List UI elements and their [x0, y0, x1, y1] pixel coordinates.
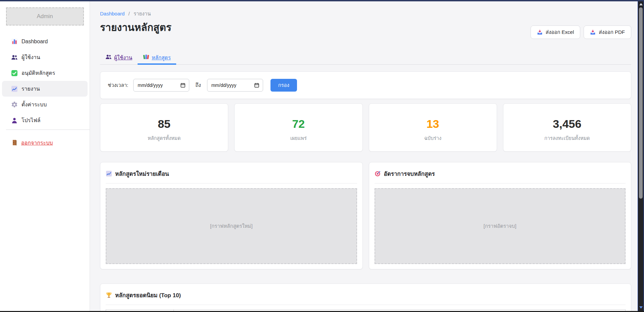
users-icon: [11, 54, 18, 61]
export-pdf-button[interactable]: ส่งออก PDF: [584, 25, 631, 39]
stat-value: 13: [369, 117, 497, 131]
sidebar-item-label: ผู้ใช้งาน: [21, 53, 40, 61]
users-icon: [105, 54, 112, 60]
stats-row: 85 หลักสูตรทั้งหมด 72 เผยแพร่ 13 ฉบับร่า…: [100, 103, 631, 152]
stat-card-drafts: 13 ฉบับร่าง: [369, 103, 497, 152]
sidebar-divider: [6, 129, 90, 130]
export-buttons: ส่งออก Excel ส่งออก PDF: [531, 25, 631, 39]
inbox-tray-icon: [537, 30, 543, 35]
app-logo-placeholder: Admin: [6, 7, 84, 25]
date-to-input[interactable]: [207, 79, 263, 92]
logout-label: ออกจากระบบ: [21, 139, 53, 147]
filter-submit-button[interactable]: กรอง: [270, 79, 297, 92]
popular-courses-card: หลักสูตรยอดนิยม (Top 10): [100, 283, 631, 312]
export-excel-button[interactable]: ส่งออก Excel: [531, 25, 580, 39]
scrollbar-thumb[interactable]: [639, 7, 643, 199]
date-to-field[interactable]: [211, 83, 254, 88]
tab-users-label: ผู้ใช้งาน: [114, 53, 132, 62]
page-title: รายงานหลักสูตร: [100, 20, 171, 35]
line-chart-icon: [11, 86, 18, 92]
scrollbar[interactable]: [638, 0, 644, 312]
stat-value: 3,456: [503, 117, 631, 131]
divider: [106, 305, 626, 305]
stat-value: 72: [235, 117, 362, 131]
sidebar-item-label: โปรไฟล์: [21, 116, 41, 124]
books-icon: [143, 54, 149, 60]
stat-value: 85: [100, 117, 228, 131]
main-area: Dashboard / รายงาน รายงานหลักสูตร ส่งออก…: [90, 1, 638, 312]
scroll-up-arrow-icon[interactable]: [639, 3, 643, 5]
placeholder-text: [กราฟหลักสูตรใหม่]: [210, 222, 253, 230]
sidebar-item-settings[interactable]: ตั้งค่าระบบ: [2, 97, 88, 112]
sidebar-item-label: Dashboard: [21, 39, 48, 45]
date-filter-bar: ช่วงเวลา: ถึง กรอง: [100, 71, 631, 99]
logout-link[interactable]: ออกจากระบบ: [0, 136, 90, 149]
scroll-down-arrow-icon[interactable]: [639, 306, 643, 309]
person-icon: [11, 117, 18, 124]
sidebar-item-label: อนุมัติหลักสูตร: [21, 69, 55, 77]
sidebar-item-label: ตั้งค่าระบบ: [21, 100, 47, 109]
inbox-tray-icon: [590, 30, 596, 35]
date-from-input[interactable]: [133, 79, 189, 92]
sidebar-item-reports[interactable]: รายงาน: [2, 81, 88, 97]
stat-label: การลงทะเบียนทั้งหมด: [503, 134, 631, 142]
stat-label: เผยแพร่: [235, 134, 362, 142]
stat-card-total-enrollments: 3,456 การลงทะเบียนทั้งหมด: [503, 103, 631, 152]
stat-label: หลักสูตรทั้งหมด: [100, 134, 228, 142]
divider: [106, 183, 357, 184]
export-excel-label: ส่งออก Excel: [546, 28, 574, 36]
check-icon: [11, 70, 18, 76]
new-courses-chart-card: หลักสูตรใหม่รายเดือน [กราฟหลักสูตรใหม่]: [100, 162, 363, 269]
tab-courses[interactable]: หลักสูตร: [138, 52, 176, 64]
new-courses-chart-placeholder: [กราฟหลักสูตรใหม่]: [106, 188, 357, 264]
sidebar-nav: Dashboard ผู้ใช้งาน อนุมัติหลักสูตร รายง…: [0, 34, 90, 128]
charts-row: หลักสูตรใหม่รายเดือน [กราฟหลักสูตรใหม่] …: [100, 162, 631, 269]
calendar-icon[interactable]: [180, 83, 186, 88]
sidebar-item-users[interactable]: ผู้ใช้งาน: [2, 49, 88, 65]
stat-card-published: 72 เผยแพร่: [234, 103, 362, 152]
window-top-edge: [0, 0, 644, 1]
trophy-icon: [106, 292, 112, 298]
report-tabs: ผู้ใช้งาน หลักสูตร: [100, 52, 631, 65]
calendar-icon[interactable]: [254, 83, 259, 88]
breadcrumb-separator: /: [129, 11, 130, 16]
sidebar-item-approve-courses[interactable]: อนุมัติหลักสูตร: [2, 65, 88, 81]
date-from-field[interactable]: [138, 83, 180, 88]
sidebar-item-label: รายงาน: [21, 85, 40, 93]
export-pdf-label: ส่งออก PDF: [599, 28, 625, 36]
sidebar: Admin Dashboard ผู้ใช้งาน อนุมัติหลักสูต…: [0, 1, 90, 312]
sidebar-item-dashboard[interactable]: Dashboard: [2, 34, 88, 49]
popular-courses-title: หลักสูตรยอดนิยม (Top 10): [115, 291, 181, 300]
sidebar-item-profile[interactable]: โปรไฟล์: [2, 112, 88, 128]
tab-courses-label: หลักสูตร: [152, 53, 171, 62]
door-icon: [11, 139, 18, 146]
divider: [375, 183, 626, 184]
completion-rate-chart-card: อัตราการจบหลักสูตร [กราฟอัตราจบ]: [369, 162, 632, 269]
stat-card-total-courses: 85 หลักสูตรทั้งหมด: [100, 103, 228, 152]
breadcrumb-dashboard-link[interactable]: Dashboard: [100, 11, 125, 16]
completion-rate-chart-placeholder: [กราฟอัตราจบ]: [375, 188, 626, 264]
date-range-label: ช่วงเวลา:: [108, 81, 128, 89]
bar-chart-icon: [11, 38, 18, 45]
gear-icon: [11, 101, 18, 108]
stat-label: ฉบับร่าง: [369, 134, 497, 142]
breadcrumb-current: รายงาน: [134, 11, 151, 16]
chart-title: อัตราการจบหลักสูตร: [384, 169, 435, 178]
app-logo-text: Admin: [37, 13, 53, 20]
target-icon: [375, 170, 381, 177]
date-to-label: ถึง: [195, 81, 201, 89]
tab-users[interactable]: ผู้ใช้งาน: [100, 52, 138, 64]
breadcrumb: Dashboard / รายงาน: [100, 10, 151, 18]
line-chart-icon: [106, 170, 112, 177]
chart-title: หลักสูตรใหม่รายเดือน: [115, 169, 169, 178]
placeholder-text: [กราฟอัตราจบ]: [484, 222, 516, 230]
